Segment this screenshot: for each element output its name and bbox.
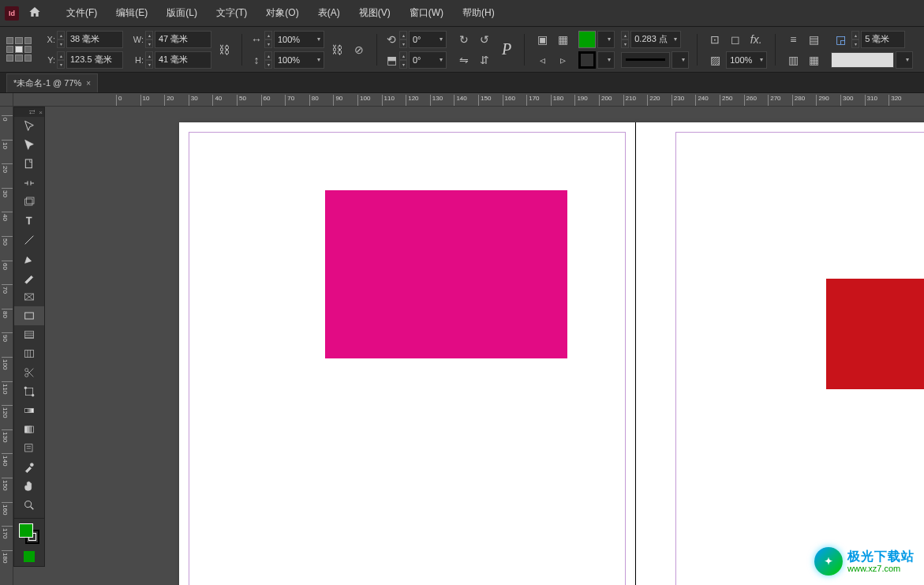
magenta-rectangle[interactable] [325, 190, 567, 358]
pen-tool[interactable] [14, 249, 44, 268]
effects-icon[interactable]: fx. [746, 30, 765, 49]
stroke-weight-input[interactable]: 0.283 点 [630, 31, 681, 48]
select-prev-icon[interactable]: ◃ [533, 51, 552, 69]
h-stepper[interactable]: ▴▾ [145, 51, 153, 69]
blend-icon[interactable]: ▨ [705, 51, 724, 69]
gap-tool[interactable] [14, 174, 44, 193]
gap-stepper[interactable]: ▴▾ [851, 31, 859, 48]
text-wrap-around-icon[interactable]: ▤ [804, 30, 823, 49]
svg-line-4 [25, 236, 34, 245]
constrain-icon[interactable]: ⛓ [215, 31, 234, 69]
menu-file[interactable]: 文件(F) [57, 3, 107, 23]
close-icon[interactable]: × [39, 109, 43, 116]
scissors-tool[interactable] [14, 363, 44, 382]
menu-object[interactable]: 对象(O) [256, 3, 308, 23]
scaley-stepper[interactable]: ▴▾ [264, 51, 272, 69]
gap-input[interactable]: 5 毫米 [861, 31, 905, 48]
collapse-icon[interactable]: ⮂ [29, 109, 36, 116]
direct-selection-tool[interactable] [14, 136, 44, 155]
stroke-swatch[interactable] [578, 51, 596, 69]
stroke-dropdown[interactable] [597, 51, 615, 69]
autofit-icon[interactable]: ⊡ [705, 30, 724, 49]
scale-y-icon: ↕ [250, 51, 263, 69]
shear-stepper[interactable]: ▴▾ [399, 51, 407, 69]
vertical-grid-tool[interactable] [14, 344, 44, 363]
pencil-tool[interactable] [14, 268, 44, 287]
v-ruler-tick: 70 [2, 284, 13, 294]
fill-swatch[interactable] [578, 31, 596, 48]
menu-edit[interactable]: 编辑(E) [107, 3, 157, 23]
menu-help[interactable]: 帮助(H) [453, 3, 504, 23]
x-input[interactable]: 38 毫米 [66, 31, 123, 48]
text-wrap-shape-icon[interactable]: ▥ [784, 51, 802, 69]
shear-input[interactable]: 0° [409, 51, 447, 69]
stroke-style-dropdown[interactable] [671, 51, 689, 69]
rotate-ccw-icon[interactable]: ↺ [475, 30, 494, 49]
red-rectangle[interactable] [826, 279, 924, 389]
horizontal-grid-tool[interactable] [14, 325, 44, 344]
strokew-stepper[interactable]: ▴▾ [621, 31, 629, 48]
apply-color-icon[interactable] [14, 547, 44, 566]
rotate-cw-icon[interactable]: ↻ [455, 30, 473, 49]
paragraph-icon[interactable]: P [502, 40, 511, 58]
line-tool[interactable] [14, 231, 44, 249]
horizontal-ruler[interactable]: 0102030405060708090100110120130140150160… [13, 93, 924, 107]
tab-close-icon[interactable]: × [86, 79, 91, 88]
page-tool[interactable] [14, 155, 44, 174]
free-transform-tool[interactable] [14, 382, 44, 401]
y-input[interactable]: 123.5 毫米 [66, 51, 123, 69]
menu-layout[interactable]: 版面(L) [157, 3, 207, 23]
rotation-input[interactable]: 0° [409, 31, 447, 48]
toolbox-header[interactable]: ⮂ × [14, 107, 44, 117]
menu-type[interactable]: 文字(T) [207, 3, 256, 23]
select-content-icon[interactable]: ▦ [553, 30, 572, 49]
selection-tool[interactable] [14, 117, 44, 136]
content-collector-tool[interactable] [14, 193, 44, 212]
text-wrap-none-icon[interactable]: ≡ [784, 30, 802, 49]
corner-icon[interactable]: ◲ [831, 30, 850, 49]
menu-window[interactable]: 窗口(W) [400, 3, 453, 23]
canvas[interactable] [13, 107, 924, 585]
document-tab[interactable]: *未命名-1 @ 77% × [6, 73, 98, 92]
text-wrap-jump-icon[interactable]: ▦ [804, 51, 823, 69]
clear-transform-icon[interactable]: ⊘ [350, 40, 368, 59]
y-stepper[interactable]: ▴▾ [57, 51, 65, 69]
menu-view[interactable]: 视图(V) [350, 3, 400, 23]
rectangle-frame-tool[interactable] [14, 287, 44, 306]
color-selector[interactable] [14, 522, 44, 547]
gradient-swatch-tool[interactable] [14, 401, 44, 420]
w-input[interactable]: 47 毫米 [155, 31, 211, 48]
note-tool[interactable] [14, 439, 44, 458]
vertical-ruler[interactable]: 0102030405060708090100110120130140150160… [0, 93, 13, 585]
stroke-style-preview[interactable] [621, 52, 670, 68]
ruler-origin[interactable] [0, 93, 13, 107]
flip-h-icon[interactable]: ⇋ [455, 51, 473, 69]
fill-dropdown[interactable] [597, 31, 615, 48]
reference-point-selector[interactable] [6, 37, 32, 62]
h-input[interactable]: 41 毫米 [155, 51, 211, 69]
scalex-stepper[interactable]: ▴▾ [264, 31, 272, 48]
zoom-tool[interactable] [14, 496, 44, 515]
eyedropper-tool[interactable] [14, 458, 44, 477]
corner-preview[interactable] [831, 52, 894, 68]
scale-link-icon[interactable]: ⛓ [327, 31, 346, 69]
scale-y-input[interactable]: 100% [274, 51, 324, 69]
select-container-icon[interactable]: ▣ [533, 30, 552, 49]
menu-table[interactable]: 表(A) [309, 3, 350, 23]
fit-frame-icon[interactable]: ◻ [726, 30, 745, 49]
opacity-input[interactable]: 100% [726, 51, 767, 69]
scale-x-input[interactable]: 100% [274, 31, 324, 48]
type-tool[interactable]: T [14, 212, 44, 231]
rot-stepper[interactable]: ▴▾ [399, 31, 407, 48]
home-icon[interactable] [28, 6, 41, 21]
corner-dropdown[interactable] [896, 51, 913, 69]
select-next-icon[interactable]: ▹ [553, 51, 572, 69]
hand-tool[interactable] [14, 477, 44, 496]
h-ruler-tick: 220 [647, 95, 660, 106]
fill-color-icon[interactable] [19, 523, 33, 538]
x-stepper[interactable]: ▴▾ [57, 31, 65, 48]
w-stepper[interactable]: ▴▾ [145, 31, 153, 48]
rectangle-tool[interactable] [14, 306, 44, 325]
flip-v-icon[interactable]: ⇵ [475, 51, 494, 69]
gradient-feather-tool[interactable] [14, 420, 44, 439]
